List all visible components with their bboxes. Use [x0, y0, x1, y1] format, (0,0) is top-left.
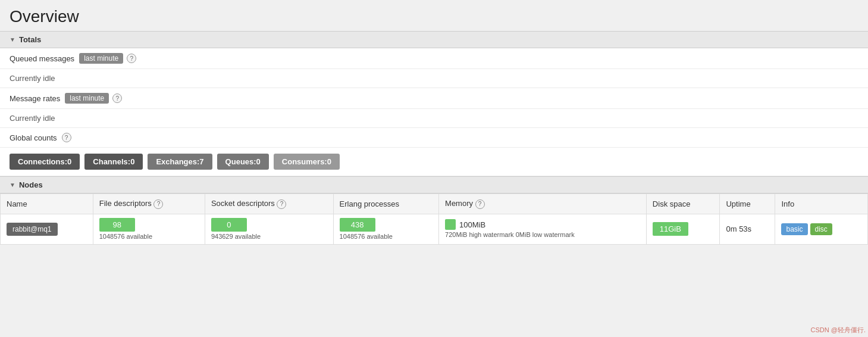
nodes-table: Name File descriptors ? Socket descripto… [0, 194, 868, 245]
col-file-descriptors: File descriptors ? [93, 194, 205, 214]
memory-color-block [445, 219, 456, 230]
queued-messages-label: Queued messages [10, 54, 74, 63]
page-container: Overview ▼ Totals Queued messages last m… [0, 0, 868, 337]
message-rates-badge[interactable]: last minute [65, 93, 109, 104]
uptime-value: 0m 53s [726, 224, 751, 233]
erlang-processes-sub: 1048576 available [340, 233, 393, 240]
connections-button[interactable]: Connections: 0 [10, 154, 80, 170]
memory-cell: 100MiB 720MiB high watermark 0MiB low wa… [439, 214, 647, 244]
message-rates-idle-row: Currently idle [0, 109, 868, 128]
nodes-table-header-row: Name File descriptors ? Socket descripto… [1, 194, 868, 214]
message-rates-row: Message rates last minute ? [0, 88, 868, 109]
totals-label: Totals [19, 35, 41, 44]
file-descriptors-value: 98 [99, 218, 135, 232]
erlang-processes-value: 438 [340, 218, 375, 232]
info-disc-button[interactable]: disc [810, 223, 832, 235]
channels-button[interactable]: Channels: 0 [84, 154, 143, 170]
disk-space-cell: 11GiB [646, 214, 720, 244]
global-counts-label: Global counts [10, 133, 57, 142]
queued-messages-help[interactable]: ? [127, 54, 136, 63]
file-descriptors-sub: 1048576 available [99, 233, 152, 240]
message-rates-label: Message rates [10, 94, 60, 103]
col-uptime: Uptime [720, 194, 775, 214]
col-info: Info [775, 194, 868, 214]
col-socket-descriptors: Socket descriptors ? [205, 194, 333, 214]
csdn-watermark: CSDN @轻舟僵行. [811, 326, 866, 335]
memory-value: 100MiB [459, 220, 485, 229]
info-cell: basic disc [775, 214, 868, 244]
queues-button[interactable]: Queues: 0 [217, 154, 269, 170]
info-basic-button[interactable]: basic [781, 223, 807, 235]
memory-value-container: 100MiB [445, 219, 640, 230]
nodes-label: Nodes [19, 180, 43, 189]
totals-section-header: ▼ Totals [0, 31, 868, 48]
global-counts-help[interactable]: ? [62, 133, 71, 142]
info-buttons: basic disc [781, 223, 861, 235]
totals-content: Queued messages last minute ? Currently … [0, 48, 868, 176]
memory-sub: 720MiB high watermark 0MiB low watermark [445, 231, 575, 238]
node-name-cell: rabbit@mq1 [1, 214, 93, 244]
col-memory: Memory ? [439, 194, 647, 214]
totals-collapse-icon[interactable]: ▼ [10, 36, 15, 43]
file-descriptors-cell: 98 1048576 available [93, 214, 205, 244]
disk-space-value: 11GiB [653, 222, 688, 236]
page-title: Overview [0, 0, 868, 31]
memory-help-icon[interactable]: ? [475, 199, 485, 209]
consumers-button[interactable]: Consumers: 0 [274, 154, 340, 170]
socket-descriptors-cell: 0 943629 available [205, 214, 333, 244]
global-counts-row: Global counts ? [0, 128, 868, 148]
erlang-processes-cell: 438 1048576 available [333, 214, 439, 244]
uptime-cell: 0m 53s [720, 214, 775, 244]
socket-descriptors-value: 0 [211, 218, 247, 232]
queued-messages-row: Queued messages last minute ? [0, 48, 868, 69]
message-rates-idle-text: Currently idle [10, 114, 55, 123]
message-rates-help[interactable]: ? [112, 93, 122, 103]
queued-messages-badge[interactable]: last minute [79, 53, 123, 64]
table-row: rabbit@mq1 98 1048576 available 0 943629… [1, 214, 868, 244]
file-descriptors-help-icon[interactable]: ? [153, 199, 163, 209]
queued-idle-text: Currently idle [10, 74, 55, 83]
socket-descriptors-sub: 943629 available [211, 233, 261, 240]
counts-row: Connections: 0 Channels: 0 Exchanges: 7 … [0, 148, 868, 176]
col-disk-space: Disk space [646, 194, 720, 214]
nodes-collapse-icon[interactable]: ▼ [10, 182, 15, 188]
col-name: Name [1, 194, 93, 214]
nodes-section-header: ▼ Nodes [0, 176, 868, 194]
col-erlang-processes: Erlang processes [333, 194, 439, 214]
queued-idle-row: Currently idle [0, 69, 868, 88]
socket-descriptors-help-icon[interactable]: ? [277, 199, 286, 209]
exchanges-button[interactable]: Exchanges: 7 [148, 154, 212, 170]
node-name-badge: rabbit@mq1 [7, 223, 58, 236]
